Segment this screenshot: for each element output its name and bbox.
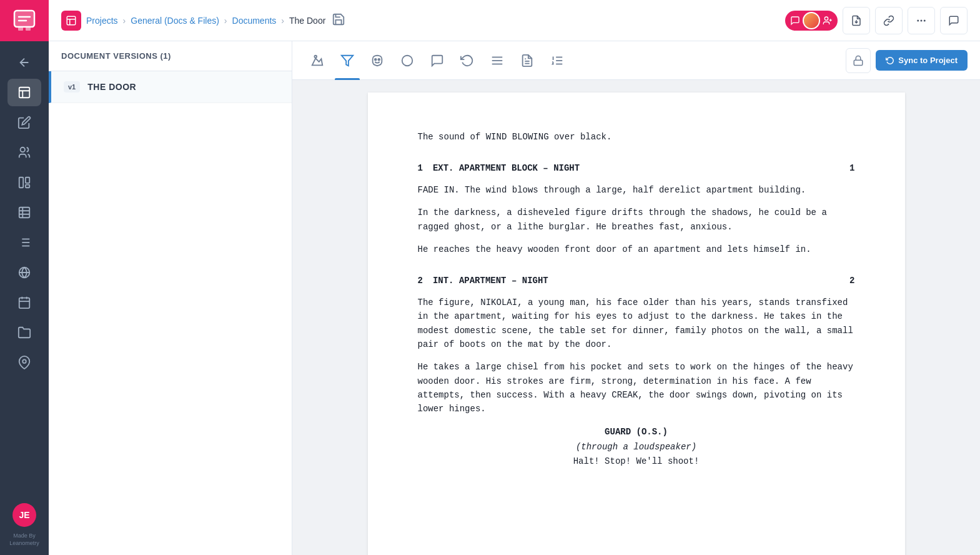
toolbar-numbering[interactable] (545, 48, 570, 73)
toolbar-script[interactable] (335, 48, 360, 73)
nav-location[interactable] (7, 349, 41, 376)
scene-1-block: 1 EXT. APARTMENT BLOCK – NIGHT 1 FADE IN… (418, 161, 855, 256)
format-icon (490, 54, 504, 68)
add-collaborator-icon (823, 16, 833, 26)
svg-rect-9 (19, 208, 30, 218)
sidebar-header: DOCUMENT VERSIONS (1) (49, 41, 292, 71)
toolbar-format[interactable] (485, 48, 510, 73)
svg-point-33 (375, 58, 377, 60)
character-name: GUARD (O.S.) (418, 425, 855, 439)
toolbar-characters[interactable] (365, 48, 390, 73)
breadcrumb-general[interactable]: General (Docs & Files) (131, 16, 219, 26)
collaborators-group[interactable] (785, 11, 838, 31)
scene-1-heading-text: EXT. APARTMENT BLOCK – NIGHT (433, 161, 849, 175)
more-options-button[interactable] (908, 7, 935, 34)
link-icon (883, 15, 894, 26)
main-area: Projects › General (Docs & Files) › Docu… (49, 0, 980, 555)
nav-people[interactable] (7, 139, 41, 166)
toolbar-comments[interactable] (425, 48, 450, 73)
breadcrumb-sep-3: › (281, 16, 284, 26)
nav-document[interactable] (7, 79, 41, 106)
chat-bubble-icon (790, 16, 800, 26)
document-icon (17, 86, 31, 99)
scene-2-heading-text: INT. APARTMENT – NIGHT (433, 274, 849, 288)
edit-icon (17, 116, 31, 129)
mountain-icon (310, 54, 324, 68)
breadcrumb-projects[interactable]: Projects (86, 16, 118, 26)
save-button[interactable] (332, 12, 345, 29)
nav-sport[interactable] (7, 259, 41, 286)
sync-to-project-button[interactable]: Sync to Project (876, 50, 968, 71)
lock-button[interactable] (846, 48, 871, 73)
svg-point-29 (924, 20, 926, 21)
nav-list[interactable] (7, 229, 41, 256)
breadcrumb-current: The Door (289, 16, 325, 26)
header-right (785, 7, 968, 34)
logo-icon (13, 9, 36, 32)
svg-point-23 (824, 17, 828, 20)
toolbar-revisions[interactable] (455, 48, 480, 73)
export-button[interactable] (843, 7, 870, 34)
comments-panel-button[interactable] (940, 7, 968, 34)
calendar-icon (17, 296, 31, 309)
version-item-1[interactable]: v1 THE DOOR (49, 71, 292, 103)
link-button[interactable] (875, 7, 903, 34)
nav-items (7, 41, 41, 503)
sport-icon (17, 266, 31, 279)
svg-point-27 (918, 20, 919, 21)
sync-label: Sync to Project (898, 56, 958, 65)
export-icon (851, 15, 862, 26)
scene-2-number-left: 2 (418, 274, 423, 288)
svg-rect-6 (19, 178, 23, 188)
svg-rect-8 (26, 185, 29, 188)
user-avatar[interactable]: JE (12, 503, 36, 527)
scene-2-block: 2 INT. APARTMENT – NIGHT 2 The figure, N… (418, 274, 855, 468)
document-area[interactable]: The sound of WIND BLOWING over black. 1 … (292, 80, 980, 555)
collaborator-avatar (803, 12, 820, 29)
scene-1-para-1: FADE IN. The wind blows through a large,… (418, 183, 855, 197)
doc-intro: The sound of WIND BLOWING over black. (418, 130, 855, 144)
more-icon (916, 15, 927, 26)
svg-rect-17 (19, 298, 30, 309)
toolbar-outline[interactable] (395, 48, 420, 73)
comments-icon (430, 54, 444, 68)
notes-icon (520, 54, 534, 68)
comment-icon (948, 15, 959, 26)
back-button[interactable] (7, 49, 41, 76)
scene-1-para-3: He reaches the heavy wooden front door o… (418, 242, 855, 256)
sidebar: DOCUMENT VERSIONS (1) v1 THE DOOR (49, 41, 292, 555)
table-icon (17, 206, 31, 219)
toolbar-area: Sync to Project The sound of WIND BLOWIN… (292, 41, 980, 555)
scene-2-dialogue: GUARD (O.S.) (through a loudspeaker) Hal… (418, 425, 855, 468)
toolbar-notes[interactable] (515, 48, 540, 73)
scene-1-heading: 1 EXT. APARTMENT BLOCK – NIGHT 1 (418, 161, 855, 175)
left-nav: JE Made By Leanometry (0, 0, 49, 555)
svg-point-21 (22, 359, 26, 363)
script-icon (340, 54, 354, 68)
nav-board[interactable] (7, 169, 41, 196)
dialogue-line: Halt! Stop! We'll shoot! (418, 454, 855, 468)
nav-table[interactable] (7, 199, 41, 226)
scene-2-number-right: 2 (849, 274, 854, 288)
people-icon (17, 146, 31, 159)
scene-1-number-right: 1 (849, 161, 854, 175)
toolbar-scene[interactable] (305, 48, 330, 73)
svg-rect-3 (26, 27, 31, 31)
svg-rect-0 (14, 11, 34, 27)
doc-icon (66, 15, 77, 26)
numbering-icon (550, 54, 564, 68)
svg-point-35 (402, 55, 413, 66)
revisions-icon (460, 54, 474, 68)
header-left: Projects › General (Docs & Files) › Docu… (61, 11, 345, 31)
app-logo[interactable] (0, 0, 49, 41)
svg-marker-30 (312, 58, 323, 65)
svg-marker-32 (342, 55, 353, 66)
nav-edit[interactable] (7, 109, 41, 136)
document-page: The sound of WIND BLOWING over black. 1 … (368, 92, 905, 555)
sync-icon (886, 56, 894, 65)
breadcrumb-documents[interactable]: Documents (232, 16, 277, 26)
nav-folder[interactable] (7, 319, 41, 346)
svg-rect-4 (19, 88, 30, 98)
top-header: Projects › General (Docs & Files) › Docu… (49, 0, 980, 41)
nav-calendar[interactable] (7, 289, 41, 316)
